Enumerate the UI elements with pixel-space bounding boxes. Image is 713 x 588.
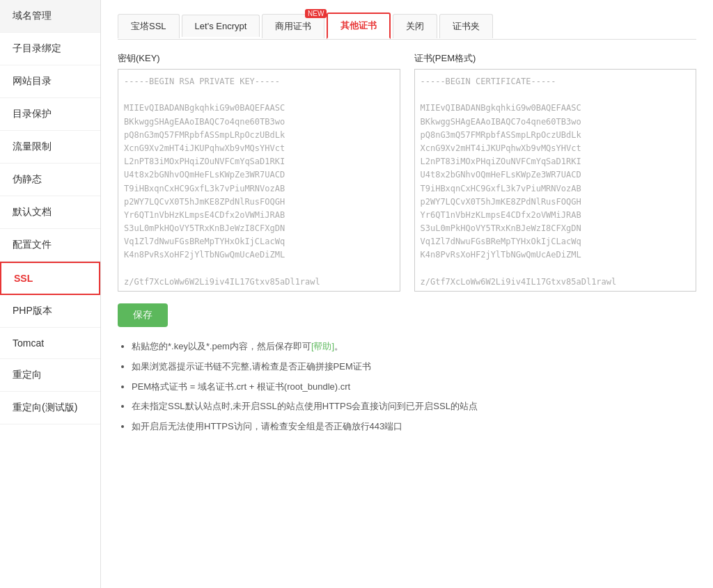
- save-button[interactable]: 保存: [118, 303, 168, 327]
- sidebar-item-子目录绑定[interactable]: 子目录绑定: [0, 33, 100, 65]
- sidebar-item-配置文件[interactable]: 配置文件: [0, 229, 100, 262]
- tip-item-4: 如开启后无法使用HTTPS访问，请检查安全组是否正确放行443端口: [132, 420, 696, 434]
- sidebar-item-伪静态[interactable]: 伪静态: [0, 164, 100, 196]
- tab-商用证书[interactable]: 商用证书NEW: [262, 14, 324, 38]
- cert-form-row: 密钥(KEY) 证书(PEM格式): [118, 52, 696, 294]
- tab-关闭[interactable]: 关闭: [393, 14, 437, 38]
- cert-label: 证书(PEM格式): [414, 52, 697, 65]
- tip-item-1: 如果浏览器提示证书链不完整,请检查是否正确拼接PEM证书: [132, 360, 696, 374]
- tip-item-2: PEM格式证书 = 域名证书.crt + 根证书(root_bundle).cr…: [132, 380, 696, 395]
- sidebar-item-网站目录[interactable]: 网站目录: [0, 65, 100, 98]
- sidebar: 域名管理子目录绑定网站目录目录保护流量限制伪静态默认文档配置文件SSLPHP版本…: [0, 0, 101, 588]
- key-textarea[interactable]: [118, 69, 400, 292]
- main-content: 宝塔SSLLet's Encrypt商用证书NEW其他证书关闭证书夹 密钥(KE…: [101, 0, 713, 588]
- new-badge: NEW: [305, 9, 327, 18]
- tip-item-0: 粘贴您的*.key以及*.pem内容，然后保存即可[帮助]。: [132, 340, 696, 354]
- tab-宝塔SSL[interactable]: 宝塔SSL: [118, 14, 180, 38]
- tips-list: 粘贴您的*.key以及*.pem内容，然后保存即可[帮助]。如果浏览器提示证书链…: [118, 340, 696, 434]
- tab-Let'sEncrypt[interactable]: Let's Encrypt: [182, 15, 260, 37]
- sidebar-item-目录保护[interactable]: 目录保护: [0, 98, 100, 131]
- key-col: 密钥(KEY): [118, 52, 400, 294]
- tip-item-3: 在未指定SSL默认站点时,未开启SSL的站点使用HTTPS会直接访问到已开启SS…: [132, 399, 696, 414]
- cert-textarea[interactable]: [414, 69, 697, 292]
- sidebar-item-Tomcat[interactable]: Tomcat: [0, 328, 100, 359]
- tab-其他证书[interactable]: 其他证书: [327, 13, 391, 39]
- sidebar-item-SSL[interactable]: SSL: [0, 262, 100, 295]
- tab-证书夹[interactable]: 证书夹: [439, 14, 493, 38]
- sidebar-item-默认文档[interactable]: 默认文档: [0, 196, 100, 229]
- key-label: 密钥(KEY): [118, 52, 400, 65]
- tip-help-link[interactable]: [帮助]: [311, 341, 334, 351]
- sidebar-item-域名管理[interactable]: 域名管理: [0, 0, 100, 33]
- cert-col: 证书(PEM格式): [414, 52, 697, 294]
- sidebar-item-PHP版本[interactable]: PHP版本: [0, 295, 100, 328]
- sidebar-item-流量限制[interactable]: 流量限制: [0, 131, 100, 164]
- sidebar-item-重定向(测试版)[interactable]: 重定向(测试版): [0, 392, 100, 424]
- tab-bar: 宝塔SSLLet's Encrypt商用证书NEW其他证书关闭证书夹: [118, 13, 696, 40]
- sidebar-item-重定向[interactable]: 重定向: [0, 359, 100, 392]
